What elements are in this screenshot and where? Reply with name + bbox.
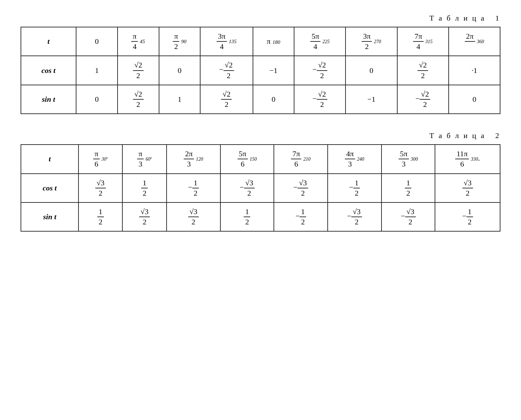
t2-cos-label: cos t <box>21 174 78 202</box>
table2-title: Т а б л и ц а 2 <box>21 131 500 140</box>
table1-title: Т а б л и ц а 1 <box>21 14 500 23</box>
t2-col-4pi3: 4π3 240 <box>328 145 381 173</box>
col-5pi4: 5π4 225 <box>294 27 346 56</box>
table1-sin-row: sin t 0 √2 2 1 √2 2 0 − √2 2 −1 − √2 2 <box>21 85 500 114</box>
t2-sin-11pi6: −12 <box>435 202 500 231</box>
t-header: t <box>21 27 76 56</box>
table2-cos-row: cos t √32 12 −12 −√32 −√32 −12 12 √32 <box>21 174 500 202</box>
col-7pi4: 7π4 315 <box>397 27 449 56</box>
t2-cos-4pi3: −12 <box>328 174 381 202</box>
table2-header-row: t π6 30o π3 60o 2π3 120 5π6 150 7π6 210 … <box>21 145 500 173</box>
table2: t π6 30o π3 60o 2π3 120 5π6 150 7π6 210 … <box>21 144 500 232</box>
sin-3pi2: −1 <box>346 85 397 114</box>
t2-sin-label: sin t <box>21 202 78 231</box>
cos-label: cos t <box>21 56 76 85</box>
cos-2pi: ·1 <box>449 56 500 85</box>
t2-sin-4pi3: −√32 <box>328 202 381 231</box>
col-3pi4: 3π4 135 <box>200 27 253 56</box>
t2-sin-2pi3: √32 <box>167 202 220 231</box>
sin-0: 0 <box>76 85 118 114</box>
cos-7pi4: √2 2 <box>397 56 449 85</box>
cos-0: 1 <box>76 56 118 85</box>
col-pi2: π2 90 <box>159 27 201 56</box>
t2-cos-2pi3: −12 <box>167 174 220 202</box>
t2-cos-pi6: √32 <box>78 174 122 202</box>
t2-col-2pi3: 2π3 120 <box>167 145 220 173</box>
cos-3pi4: − √2 2 <box>200 56 253 85</box>
sin-label: sin t <box>21 85 76 114</box>
sin-pi: 0 <box>253 85 294 114</box>
table1-cos-row: cos t 1 √2 2 0 − √2 2 −1 − √2 2 0 √2 2 <box>21 56 500 85</box>
t2-col-5pi3: 5π3 300 <box>381 145 435 173</box>
t2-sin-5pi6: 12 <box>220 202 274 231</box>
col-pi4: π4 45 <box>118 27 159 56</box>
t2-sin-5pi3: −√32 <box>381 202 435 231</box>
t2-sin-pi3: √32 <box>122 202 166 231</box>
col-3pi2: 3π2 270 <box>346 27 397 56</box>
table1-header-row: t 0 π4 45 π2 90 3π4 135 π 180 5π4 225 3π… <box>21 27 500 56</box>
t2-cos-7pi6: −√32 <box>274 174 328 202</box>
t2-col-7pi6: 7π6 210 <box>274 145 328 173</box>
t2-sin-pi6: 12 <box>78 202 122 231</box>
col-2pi: 2π 360 <box>449 27 500 56</box>
t2-col-pi3: π3 60o <box>122 145 166 173</box>
cos-5pi4: − √2 2 <box>294 56 346 85</box>
cos-pi: −1 <box>253 56 294 85</box>
sin-pi2: 1 <box>159 85 201 114</box>
cos-pi2: 0 <box>159 56 201 85</box>
cos-3pi2: 0 <box>346 56 397 85</box>
t2-sin-7pi6: −12 <box>274 202 328 231</box>
table2-sin-row: sin t 12 √32 √32 12 −12 −√32 −√32 −12 <box>21 202 500 231</box>
col-0: 0 <box>76 27 118 56</box>
sin-5pi4: − √2 2 <box>294 85 346 114</box>
table1: t 0 π4 45 π2 90 3π4 135 π 180 5π4 225 3π… <box>21 27 500 114</box>
t2-cos-5pi6: −√32 <box>220 174 274 202</box>
sin-pi4: √2 2 <box>118 85 159 114</box>
t2-col-pi6: π6 30o <box>78 145 122 173</box>
t2-cos-pi3: 12 <box>122 174 166 202</box>
sin-3pi4: √2 2 <box>200 85 253 114</box>
col-pi: π 180 <box>253 27 294 56</box>
t2-col-11pi6: 11π6 330. <box>435 145 500 173</box>
sin-7pi4: − √2 2 <box>397 85 449 114</box>
sin-2pi: 0 <box>449 85 500 114</box>
t2-cos-11pi6: √32 <box>435 174 500 202</box>
t2-col-5pi6: 5π6 150 <box>220 145 274 173</box>
cos-pi4: √2 2 <box>118 56 159 85</box>
t2-cos-5pi3: 12 <box>381 174 435 202</box>
t2-header: t <box>21 145 78 173</box>
